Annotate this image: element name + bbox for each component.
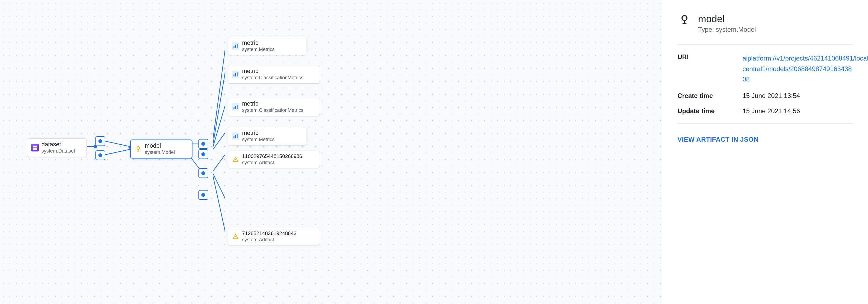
artifact2-subtitle: system.Artifact <box>242 237 297 243</box>
metric1-icon <box>232 42 239 50</box>
model-node[interactable]: model system.Model <box>130 139 192 159</box>
svg-rect-21 <box>35 148 37 150</box>
svg-rect-33 <box>237 105 238 109</box>
svg-point-39 <box>235 161 236 161</box>
svg-rect-34 <box>234 136 235 138</box>
svg-line-10 <box>213 133 225 149</box>
update-time-value: 15 June 2021 14:56 <box>743 107 800 115</box>
metric3-icon <box>232 103 239 111</box>
svg-rect-18 <box>33 145 35 147</box>
metric1-title: metric <box>242 39 275 47</box>
dataset-subtitle: system.Dataset <box>41 148 75 154</box>
uri-link[interactable]: aiplatform://v1/projects/462141068491/lo… <box>743 53 856 84</box>
artifact1-node[interactable]: 110029765448150266986 system.Artifact <box>228 151 320 168</box>
svg-rect-28 <box>234 74 235 77</box>
model-title: model <box>145 142 175 149</box>
divider-1 <box>677 44 853 45</box>
create-time-value: 15 June 2021 13:54 <box>743 92 800 100</box>
svg-rect-36 <box>237 134 238 138</box>
metric2-subtitle: system.ClassificationMetrics <box>242 75 303 81</box>
metric3-node[interactable]: metric system.ClassificationMetrics <box>228 98 320 116</box>
artifact2-icon <box>232 233 239 241</box>
connector-artifact-mid <box>198 190 208 200</box>
metric2-title: metric <box>242 67 303 75</box>
svg-rect-19 <box>35 145 37 147</box>
metric4-title: metric <box>242 130 275 137</box>
metric1-subtitle: system.Metrics <box>242 47 275 53</box>
svg-rect-29 <box>235 73 236 77</box>
update-time-label: Update time <box>677 107 732 115</box>
svg-rect-26 <box>235 45 236 48</box>
svg-line-7 <box>213 50 225 138</box>
divider-2 <box>677 123 853 124</box>
artifact2-node[interactable]: 7128521483619248843 system.Artifact <box>228 228 320 245</box>
svg-rect-20 <box>33 148 35 150</box>
metric4-icon <box>232 133 239 140</box>
artifact2-title: 7128521483619248843 <box>242 230 297 237</box>
uri-row: URI aiplatform://v1/projects/46214106849… <box>677 53 853 84</box>
metric3-title: metric <box>242 100 303 107</box>
dataset-node[interactable]: dataset system.Dataset <box>27 138 87 157</box>
svg-line-14 <box>213 174 225 198</box>
svg-line-2 <box>105 141 130 146</box>
artifact1-icon <box>232 156 239 163</box>
detail-model-icon <box>677 13 691 27</box>
detail-panel: model Type: system.Model URI aiplatform:… <box>662 0 868 304</box>
svg-line-13 <box>213 155 225 171</box>
metric2-icon <box>232 71 239 78</box>
svg-line-3 <box>105 149 130 155</box>
connector-left-top <box>95 136 105 146</box>
model-subtitle: system.Model <box>145 149 175 156</box>
uri-label: URI <box>677 53 732 61</box>
detail-type: Type: system.Model <box>698 26 756 33</box>
update-time-row: Update time 15 June 2021 14:56 <box>677 107 853 115</box>
connector-right-bot <box>198 168 208 178</box>
connector-right-mid <box>198 149 208 159</box>
svg-rect-35 <box>235 135 236 138</box>
view-json-button[interactable]: VIEW ARTIFACT IN JSON <box>677 136 758 143</box>
svg-rect-25 <box>234 46 235 48</box>
svg-rect-30 <box>237 72 238 76</box>
create-time-label: Create time <box>677 92 732 100</box>
dataset-icon <box>31 144 39 151</box>
svg-line-8 <box>213 73 225 144</box>
svg-line-15 <box>213 176 225 231</box>
svg-rect-31 <box>234 107 235 109</box>
metric4-node[interactable]: metric system.Metrics <box>228 127 306 145</box>
connector-right-top <box>198 139 208 149</box>
svg-point-42 <box>235 238 236 238</box>
artifact1-subtitle: system.Artifact <box>242 160 302 166</box>
metric2-node[interactable]: metric system.ClassificationMetrics <box>228 65 320 84</box>
svg-rect-32 <box>235 106 236 109</box>
svg-point-43 <box>682 16 687 21</box>
metric3-subtitle: system.ClassificationMetrics <box>242 107 303 113</box>
dataset-title: dataset <box>41 141 75 148</box>
metric4-subtitle: system.Metrics <box>242 137 275 143</box>
detail-title: model <box>698 13 756 25</box>
artifact1-title: 110029765448150266986 <box>242 154 302 160</box>
model-icon <box>134 145 142 153</box>
connector-left-bottom <box>95 150 105 160</box>
svg-line-9 <box>213 106 225 146</box>
detail-header: model Type: system.Model <box>677 13 853 33</box>
create-time-row: Create time 15 June 2021 13:54 <box>677 92 853 100</box>
graph-area: dataset system.Dataset model system.Mode… <box>0 0 662 304</box>
svg-rect-27 <box>237 44 238 48</box>
svg-point-22 <box>137 146 140 149</box>
metric1-node[interactable]: metric system.Metrics <box>228 37 306 55</box>
